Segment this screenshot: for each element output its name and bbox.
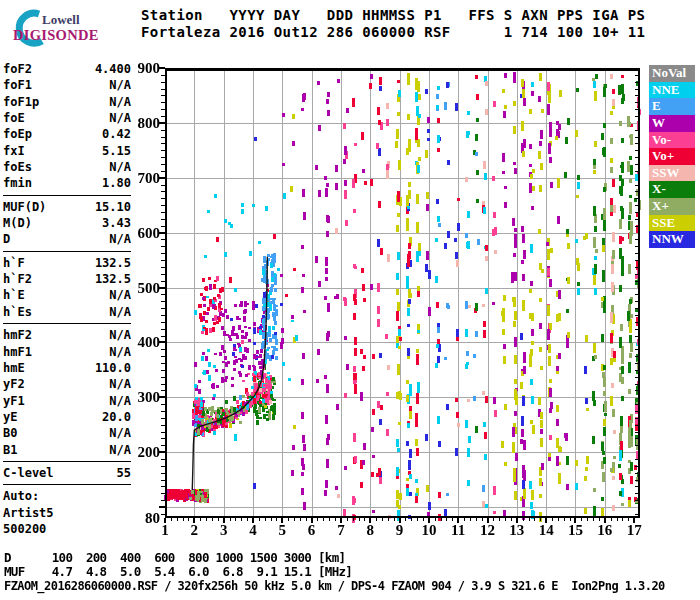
parameter-section: hmF2N/AhmF1N/AhmE110.0yF2N/AyF1N/AyE20.0… [3,323,131,458]
parameter-value: N/A [109,77,131,93]
parameter-value: 110.0 [95,360,131,376]
x-tick-label: 12 [475,522,501,539]
parameter-label: B1 [3,442,17,458]
parameter-row: hmE110.0 [3,360,131,376]
parameter-label: MUF(D) [3,199,46,215]
parameter-label: h`Es [3,304,32,320]
legend-item-voplus: Vo+ [649,148,695,165]
parameter-label: Artist5 [3,505,54,521]
digisonde-logo: Lowell DIGISONDE [6,4,126,54]
x-tick-label: 5 [269,522,295,539]
x-tick-label: 4 [240,522,266,539]
parameter-label: foEp [3,126,32,142]
legend-item-ssw: SSW [649,165,695,182]
x-tick-label: 11 [445,522,471,539]
parameter-label: hmF1 [3,344,32,360]
parameter-label: fmin [3,175,32,191]
header-block: Station YYYY DAY DDD HHMMSS P1 FFS S AXN… [141,7,645,40]
parameter-row: M(D)3.43 [3,215,131,231]
header-line-1: Station YYYY DAY DDD HHMMSS P1 FFS S AXN… [141,7,645,24]
legend-item-sse: SSE [649,215,695,232]
parameter-row: yF2N/A [3,376,131,392]
scaled-parameters-panel: foF24.400foF1N/AfoF1pN/AfoEN/AfoEp0.42fx… [3,57,131,537]
legend-item-e: E [649,98,695,115]
parameter-label: h`F [3,255,25,271]
parameter-row: B1N/A [3,442,131,458]
parameter-value: 55 [117,465,131,481]
parameter-row: Artist5 [3,505,131,521]
parameter-label: 500200 [3,521,46,537]
parameter-label: hmF2 [3,327,32,343]
parameter-section: h`F132.5h`F2132.5h`EN/Ah`EsN/A [3,251,131,320]
parameter-row: hmF2N/A [3,327,131,343]
ionogram-plot-area: 1234567891011121314151617 90080070060050… [130,58,655,558]
parameter-label: M(D) [3,215,32,231]
parameter-row: foEp0.42 [3,126,131,142]
legend-item-xminus: X- [649,181,695,198]
parameter-row: Auto: [3,488,131,504]
parameter-row: foEsN/A [3,159,131,175]
x-tick-label: 17 [621,522,647,539]
x-tick-label: 3 [211,522,237,539]
parameter-label: h`E [3,287,25,303]
legend-item-nnw: NNW [649,231,695,248]
y-tick-label: 80 [116,510,160,527]
parameter-label: hmE [3,360,25,376]
parameter-row: h`F2132.5 [3,271,131,287]
parameter-value: 15.10 [95,199,131,215]
header-line-2: Fortaleza 2016 Out12 286 060000 RSF 1 71… [141,24,645,41]
parameter-label: yF1 [3,393,25,409]
y-tick-label: 200 [116,444,160,461]
legend-item-noval: NoVal [649,65,695,82]
parameter-row: foEN/A [3,110,131,126]
parameter-value: 132.5 [95,255,131,271]
parameter-section: Auto:Artist5500200 [3,484,131,537]
parameter-row: fmin1.80 [3,175,131,191]
file-info-row: FZAOM_2016286060000.RSF / 320fx256h 50 k… [4,579,665,593]
parameter-row: DN/A [3,231,131,247]
x-tick-label: 13 [504,522,530,539]
parameter-label: foF1 [3,77,32,93]
parameter-label: fxI [3,143,25,159]
parameter-value: 5.15 [102,143,131,159]
legend-item-w: W [649,115,695,132]
parameter-row: C-level55 [3,465,131,481]
x-tick-label: 6 [299,522,325,539]
parameter-value: 20.0 [102,409,131,425]
y-tick-label: 300 [116,389,160,406]
parameter-row: yF1N/A [3,393,131,409]
muf-scale-row: MUF 4.7 4.8 5.0 5.4 6.0 6.8 9.1 15.1 [MH… [4,565,665,579]
parameter-row: hmF1N/A [3,344,131,360]
y-tick-label: 700 [116,170,160,187]
distance-scale-row: D 100 200 400 600 800 1000 1500 3000 [km… [4,551,665,565]
parameter-row: yE20.0 [3,409,131,425]
x-tick-label: 14 [533,522,559,539]
y-tick-label: 800 [116,115,160,132]
logo-lowell-text: Lowell [42,12,80,28]
parameter-row: h`F132.5 [3,255,131,271]
y-tick-label: 500 [116,280,160,297]
x-tick-label: 8 [357,522,383,539]
parameter-label: yF2 [3,376,25,392]
parameter-value: N/A [109,304,131,320]
parameter-row: h`EsN/A [3,304,131,320]
x-tick-label: 10 [416,522,442,539]
parameter-row: fxI5.15 [3,143,131,159]
parameter-label: h`F2 [3,271,32,287]
x-tick-label: 7 [328,522,354,539]
parameter-label: C-level [3,465,54,481]
parameter-row: h`EN/A [3,287,131,303]
y-tick-label: 600 [116,225,160,242]
parameter-value: N/A [109,425,131,441]
x-tick-label: 15 [562,522,588,539]
legend-item-nne: NNE [649,82,695,99]
y-tick-label: 900 [116,60,160,77]
parameter-row: foF1N/A [3,77,131,93]
x-tick-label: 9 [387,522,413,539]
parameter-section: MUF(D)15.10M(D)3.43DN/A [3,195,131,248]
parameter-row: foF1pN/A [3,94,131,110]
legend-item-xplus: X+ [649,198,695,215]
parameter-row: B0N/A [3,425,131,441]
parameter-section: foF24.400foF1N/AfoF1pN/AfoEN/AfoEp0.42fx… [3,59,131,192]
parameter-row: 500200 [3,521,131,537]
